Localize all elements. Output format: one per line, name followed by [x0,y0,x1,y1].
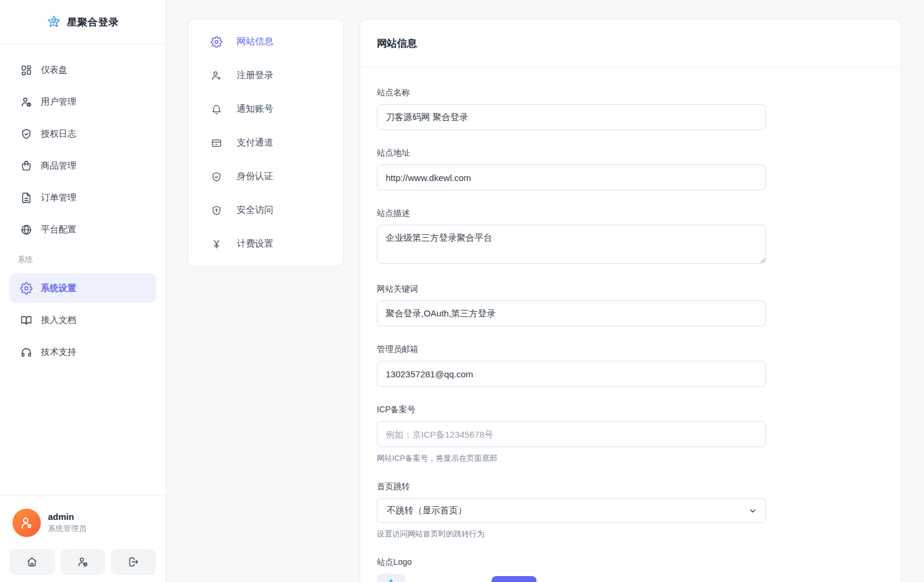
home-redirect-select[interactable]: 不跳转（显示首页） [377,498,766,523]
tab-label: 通知账号 [237,103,273,115]
sidebar-item-label: 用户管理 [41,96,76,108]
tab-security-access[interactable]: 安全访问 [188,193,343,227]
sidebar-item-label: 授权日志 [41,128,76,140]
logo-upload-row: /assets/logo.png 上传 [377,574,884,582]
field-label: 站点描述 [377,208,884,219]
tab-label: 网站信息 [237,35,273,48]
sidebar-item-auth-logs[interactable]: 授权日志 [9,119,156,148]
tab-billing-settings[interactable]: 计费设置 [188,227,343,261]
panel-title: 网站信息 [377,37,417,50]
sidebar-item-system-settings[interactable]: 系统设置 [9,273,156,303]
user-role: 系统管理员 [48,523,86,534]
credit-card-icon [211,137,222,149]
field-site-logo: 站点Logo /assets/logo.png 上传 支持 JPG、PNG、GI… [377,557,884,582]
home-redirect-help-text: 设置访问网站首页时的跳转行为 [377,529,884,539]
field-label: 站点地址 [377,148,884,159]
sidebar-item-dashboard[interactable]: 仪表盘 [9,55,156,85]
panel-header: 网站信息 [360,20,901,67]
gear-icon [211,36,222,48]
user-cog-icon [77,556,89,568]
tab-label: 支付通道 [237,137,273,149]
settings-menu: 网站信息 注册登录 通知账号 支付通道 身份认证 安全访问 计费设置 [188,19,344,267]
main-area: 网站信息 注册登录 通知账号 支付通道 身份认证 安全访问 计费设置 网 [166,0,924,582]
book-open-icon [20,314,33,326]
shield-check-icon [20,128,33,140]
footer-buttons [9,549,156,575]
field-label: 管理员邮箱 [377,344,884,355]
logo-preview [377,574,405,582]
tab-identity-auth[interactable]: 身份认证 [188,160,343,193]
site-logo-star-icon [381,578,401,582]
field-label: ICP备案号 [377,405,884,415]
site-info-panel: 网站信息 站点名称 站点地址 站点描述 企业级第三方登录聚合平台 网站关键词 管… [360,19,902,582]
avatar [12,509,41,537]
tab-label: 身份认证 [237,170,273,183]
sidebar-item-products[interactable]: 商品管理 [9,151,156,180]
tab-register-login[interactable]: 注册登录 [188,59,343,92]
tab-label: 注册登录 [237,69,273,82]
admin-email-input[interactable] [377,361,766,387]
keywords-input[interactable] [377,300,766,326]
sidebar-item-support[interactable]: 技术支持 [9,337,156,367]
panel-body: 站点名称 站点地址 站点描述 企业级第三方登录聚合平台 网站关键词 管理员邮箱 … [360,67,901,582]
profile-settings-button[interactable] [60,549,106,575]
sidebar-item-docs[interactable]: 接入文档 [9,305,156,335]
field-site-url: 站点地址 [377,148,884,190]
tab-label: 安全访问 [237,204,273,216]
user-cog-icon [20,96,33,108]
home-button[interactable] [9,549,55,575]
sidebar-item-platforms[interactable]: 平台配置 [9,215,156,244]
field-label: 站点名称 [377,88,884,98]
sidebar: 星聚合登录 仪表盘 用户管理 授权日志 商品管理 订单管理 平台配置 系统 [0,0,166,582]
app-title: 星聚合登录 [67,15,119,29]
field-site-name: 站点名称 [377,88,884,130]
field-home-redirect: 首页跳转 不跳转（显示首页） 设置访问网站首页时的跳转行为 [377,481,884,539]
brand: 星聚合登录 [0,0,166,44]
user-row: admin 系统管理员 [9,509,156,537]
sidebar-item-label: 技术支持 [41,347,76,358]
field-label: 首页跳转 [377,481,884,492]
field-icp: ICP备案号 网站ICP备案号，将显示在页面底部 [377,405,884,464]
icp-help-text: 网站ICP备案号，将显示在页面底部 [377,453,884,464]
user-info: admin 系统管理员 [48,512,86,534]
tab-site-info[interactable]: 网站信息 [188,25,343,59]
file-text-icon [20,192,33,204]
tab-payment-channels[interactable]: 支付通道 [188,126,343,160]
yen-icon [211,238,222,250]
sidebar-item-label: 接入文档 [41,315,76,326]
sidebar-item-orders[interactable]: 订单管理 [9,183,156,212]
chevron-down-icon [748,506,757,515]
field-label: 站点Logo [377,557,884,568]
sidebar-item-label: 平台配置 [41,224,76,235]
gear-icon [20,282,33,295]
field-label: 网站关键词 [377,284,884,295]
sidebar-item-label: 商品管理 [41,160,76,172]
sidebar-item-label: 订单管理 [41,192,76,203]
headphones-icon [20,346,33,358]
home-icon [26,556,38,568]
dashboard-icon [20,64,33,76]
site-name-input[interactable] [377,104,766,130]
site-url-input[interactable] [377,164,766,190]
sidebar-section-system: 系统 [18,255,156,265]
icp-input[interactable] [377,421,766,447]
shield-lock-icon [211,205,222,216]
shield-check-icon [211,171,222,183]
user-plus-icon [211,70,222,82]
user-icon [19,515,34,531]
bell-icon [211,104,222,115]
home-redirect-selected-value: 不跳转（显示首页） [387,505,467,516]
tab-label: 计费设置 [237,238,273,250]
user-name: admin [48,512,86,522]
logo-upload-button[interactable]: 上传 [492,576,537,582]
sidebar-item-users[interactable]: 用户管理 [9,87,156,117]
sidebar-item-label: 仪表盘 [41,64,67,76]
sidebar-footer: admin 系统管理员 [0,495,166,582]
logout-button[interactable] [111,549,156,575]
app-logo-star-icon [47,15,61,29]
tab-notify-accounts[interactable]: 通知账号 [188,92,343,126]
field-site-description: 站点描述 企业级第三方登录聚合平台 [377,208,884,266]
site-description-textarea[interactable]: 企业级第三方登录聚合平台 [377,225,766,264]
logout-icon [128,556,140,568]
globe-icon [20,224,33,236]
